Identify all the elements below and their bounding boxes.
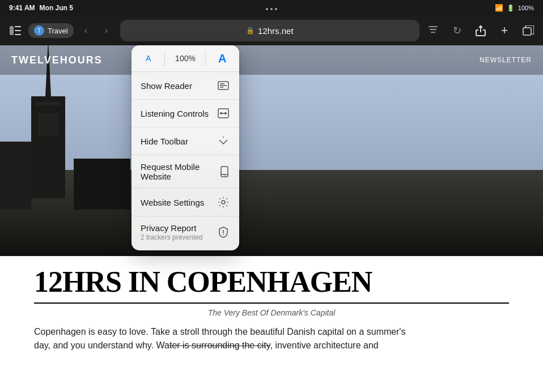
svg-rect-3 [15, 34, 21, 35]
address-bar[interactable]: 🔒 12hrs.net [120, 20, 419, 41]
website-settings-icon [217, 195, 230, 209]
svg-rect-4 [429, 26, 438, 27]
svg-point-13 [220, 112, 222, 114]
battery-percent: 100% [518, 5, 534, 11]
hide-toolbar-label: Hide Toolbar [141, 137, 188, 146]
svg-rect-0 [10, 26, 14, 35]
refresh-button[interactable]: ↻ [449, 23, 465, 39]
font-controls: A 100% A [131, 45, 239, 72]
tab-avatar: T [34, 25, 44, 36]
back-button[interactable]: ‹ [78, 23, 94, 39]
font-size-display: 100% [165, 45, 205, 71]
font-decrease-button[interactable]: A [131, 45, 165, 71]
svg-rect-7 [523, 28, 531, 35]
tower-body [31, 96, 65, 198]
svg-point-20 [222, 201, 225, 204]
building-right [74, 159, 130, 210]
article-subtitle: The Very Best Of Denmark's Capital [34, 308, 509, 317]
tower-detail [36, 102, 61, 105]
dropdown-menu: A 100% A Show Reader Listening Controls [131, 45, 239, 250]
website-header: TWELVEHOURS NEWSLETTER [0, 45, 543, 75]
forward-button[interactable]: › [99, 23, 114, 39]
aireader-button[interactable] [425, 23, 441, 39]
lock-icon: 🔒 [246, 27, 254, 35]
tabs-button[interactable] [520, 23, 536, 39]
privacy-report-label: Privacy Report [141, 223, 202, 233]
tab-label: Travel [48, 27, 68, 35]
hide-toolbar-icon [217, 134, 230, 148]
svg-rect-2 [15, 30, 21, 31]
article-divider [34, 302, 509, 304]
svg-point-18 [224, 175, 225, 176]
browser-toolbar: T Travel ‹ › 🔒 12hrs.net ↻ + [0, 16, 543, 45]
font-increase-button[interactable]: A [206, 45, 239, 71]
website-settings-label: Website Settings [141, 198, 204, 207]
listening-controls-icon [217, 106, 230, 120]
listening-controls-label: Listening Controls [141, 109, 209, 118]
battery-icon: 🔋 [507, 5, 515, 12]
request-mobile-icon [219, 165, 230, 178]
menu-item-website-settings[interactable]: Website Settings [131, 189, 239, 216]
menu-item-listening-controls[interactable]: Listening Controls [131, 100, 239, 127]
wifi-icon: 📶 [495, 4, 503, 12]
menu-item-show-reader[interactable]: Show Reader [131, 72, 239, 100]
status-date: Mon Jun 5 [40, 4, 73, 12]
add-tab-button[interactable]: + [497, 23, 512, 39]
article-section: 12HRS IN COPENHAGEN The Very Best Of Den… [0, 256, 543, 392]
article-body: Copenhagen is easy to love. Take a strol… [34, 325, 509, 352]
tab-pill[interactable]: T Travel [28, 23, 74, 38]
menu-item-privacy-report[interactable]: Privacy Report 2 trackers prevented [131, 216, 239, 248]
article-body-line2-start: day, and you understand why. Wa [34, 340, 169, 350]
article-body-strikethrough: ter is surrounding the city [169, 340, 270, 350]
privacy-report-sublabel: 2 trackers prevented [141, 233, 202, 241]
article-body-line1: Copenhagen is easy to love. Take a strol… [34, 327, 406, 336]
menu-item-request-mobile[interactable]: Request Mobile Website [131, 155, 239, 189]
site-name: TWELVEHOURS [11, 54, 103, 66]
request-mobile-label: Request Mobile Website [141, 162, 219, 181]
svg-rect-6 [431, 32, 435, 33]
site-nav: NEWSLETTER [480, 56, 532, 64]
article-body-line2-end: , inventive architecture and [270, 340, 379, 350]
svg-rect-5 [430, 29, 436, 30]
svg-point-14 [224, 112, 227, 114]
show-reader-label: Show Reader [141, 81, 192, 91]
sidebar-button[interactable] [7, 22, 24, 39]
article-title: 12HRS IN COPENHAGEN [34, 267, 509, 297]
menu-item-hide-toolbar[interactable]: Hide Toolbar [131, 127, 239, 155]
address-url: 12hrs.net [258, 26, 294, 36]
share-button[interactable] [473, 23, 489, 39]
show-reader-icon [217, 79, 230, 92]
building-left [0, 142, 31, 210]
tower-window [38, 113, 58, 136]
status-time: 9:41 AM [9, 4, 35, 12]
privacy-report-icon [217, 225, 230, 239]
svg-rect-1 [15, 26, 21, 27]
toolbar-dots [266, 8, 277, 10]
svg-point-22 [223, 234, 224, 235]
